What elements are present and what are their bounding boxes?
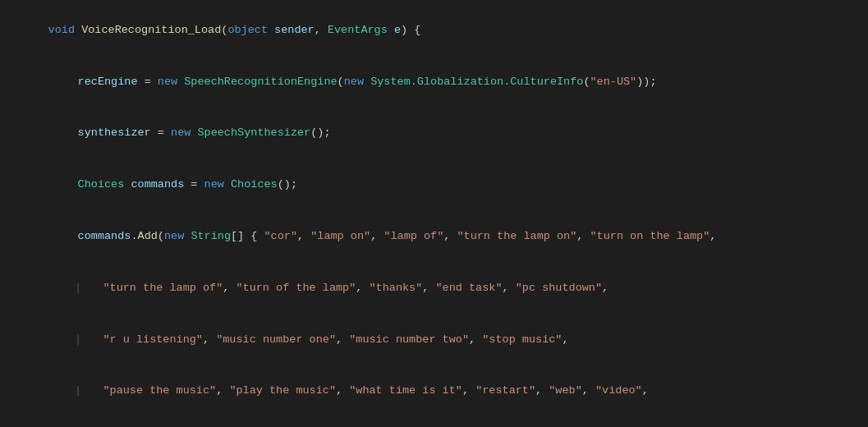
- code-line-3: synthesizer = new SpeechSynthesizer();: [0, 108, 868, 160]
- code-line-2: recEngine = new SpeechRecognitionEngine(…: [0, 57, 868, 108]
- code-line-7: | "r u listening", "music number one", "…: [0, 315, 868, 366]
- code-line-1: void VoiceRecognition_Load(object sender…: [0, 5, 868, 57]
- code-line-8: | "pause the music", "play the music", "…: [0, 365, 868, 417]
- code-line-4: Choices commands = new Choices();: [0, 159, 868, 211]
- code-line-5: commands.Add(new String[] { "cor", "lamp…: [0, 211, 868, 263]
- code-line-6: | "turn the lamp of", "turn of the lamp"…: [0, 263, 868, 315]
- code-editor: void VoiceRecognition_Load(object sender…: [0, 0, 868, 427]
- code-line-9: | "league of legends", "whats the wheath…: [0, 417, 868, 427]
